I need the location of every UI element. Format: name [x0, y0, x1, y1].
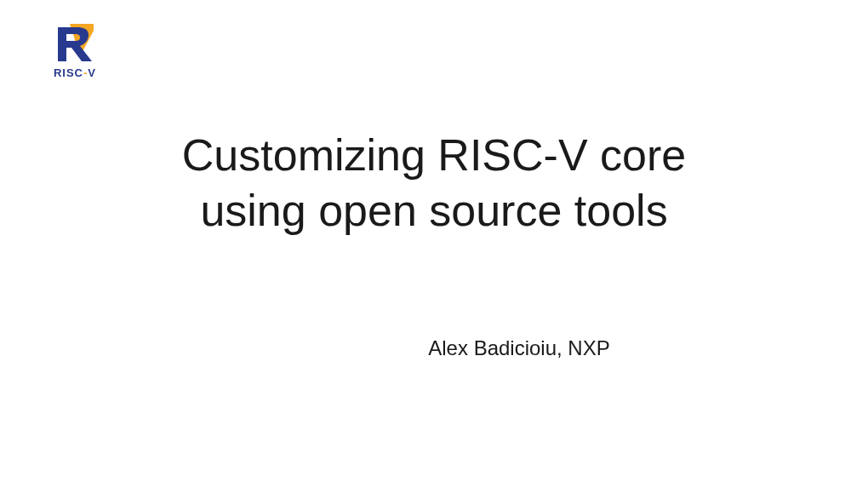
slide-title: Customizing RISC-V core using open sourc… [0, 128, 868, 238]
riscv-logo-mark [51, 24, 99, 65]
logo-text-risc: RISC [54, 66, 83, 79]
logo-text-v: V [88, 66, 96, 79]
riscv-logo-text: RISC-V [41, 66, 109, 79]
title-line-2: using open source tools [0, 183, 868, 238]
riscv-logo: RISC-V [41, 24, 109, 83]
title-line-1: Customizing RISC-V core [0, 128, 868, 183]
slide-author: Alex Badicioiu, NXP [0, 336, 868, 360]
